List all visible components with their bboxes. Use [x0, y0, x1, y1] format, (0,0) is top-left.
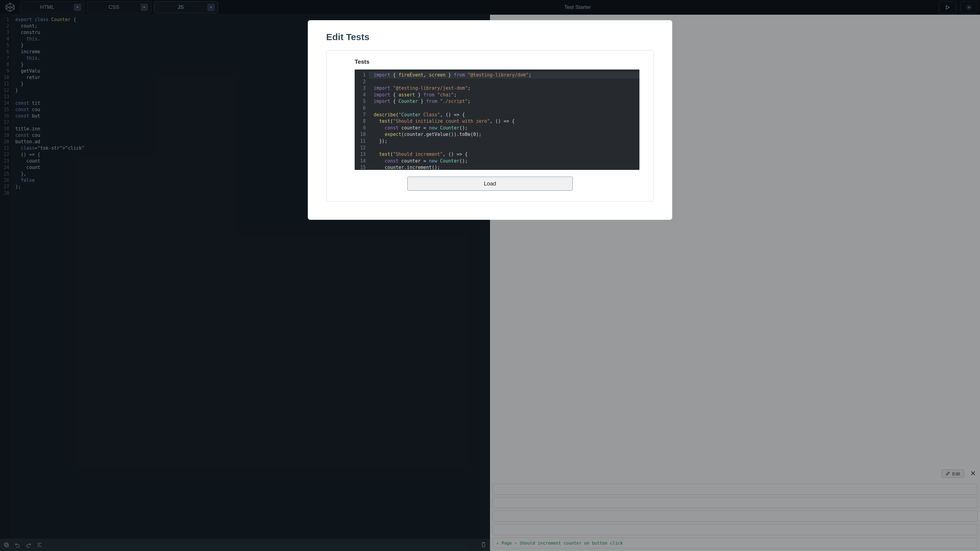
tests-code-editor[interactable]: 123456789101112131415 import { fireEvent…: [355, 70, 640, 170]
modal-title: Edit Tests: [326, 32, 654, 42]
modal-container: Edit Tests Tests 123456789101112131415 i…: [0, 0, 980, 551]
modal-section-title: Tests: [355, 59, 640, 65]
line-number-gutter: 123456789101112131415: [355, 72, 369, 167]
load-button[interactable]: Load: [407, 176, 573, 191]
edit-tests-modal: Edit Tests Tests 123456789101112131415 i…: [308, 20, 672, 220]
tests-code-content[interactable]: import { fireEvent, screen } from "@test…: [369, 72, 640, 167]
